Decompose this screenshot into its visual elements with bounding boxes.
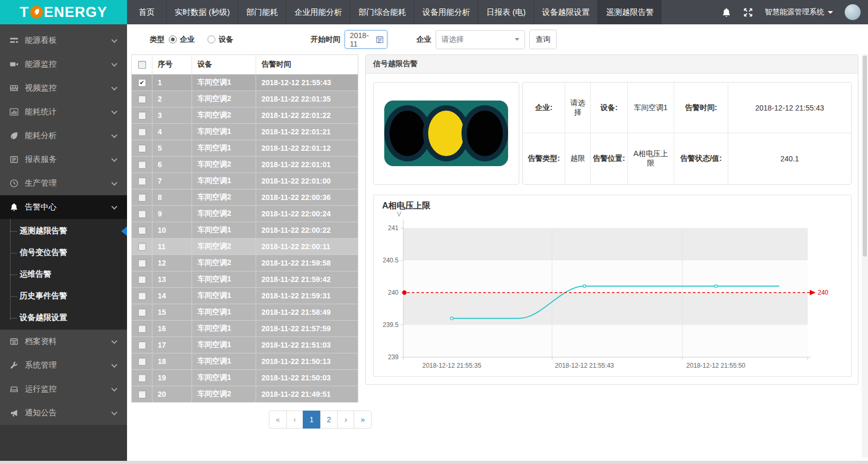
sidebar-subitem[interactable]: 遥测越限告警 — [0, 220, 127, 242]
sidebar-item-4[interactable]: 能耗分析 — [0, 124, 127, 148]
sidebar-item-1[interactable]: 能源监控 — [0, 52, 127, 76]
sidebar-item-2[interactable]: 视频监控 — [0, 76, 127, 100]
row-checkbox[interactable] — [138, 308, 146, 316]
table-row[interactable]: 7车间空调12018-11-22 22:01:00 — [132, 172, 358, 189]
table-row[interactable]: 10车间空调12018-11-22 22:00:22 — [132, 222, 358, 238]
sidebar-item-8[interactable]: 档案资料 — [0, 330, 127, 353]
sidebar-item-3[interactable]: 能耗统计 — [0, 100, 127, 124]
table-row[interactable]: 14车间空调12018-11-22 21:59:31 — [132, 287, 358, 304]
sidebar-item-0[interactable]: 能源看板 — [0, 29, 127, 52]
nav-item[interactable]: 设备越限设置 — [534, 0, 598, 24]
pagination-button[interactable]: 2 — [320, 411, 338, 429]
row-checkbox[interactable] — [138, 243, 146, 251]
nav-item[interactable]: 实时数据 (秒级) — [166, 0, 238, 24]
pagination-button[interactable]: › — [337, 411, 354, 429]
table-row[interactable]: 5车间空调12018-11-22 22:01:12 — [132, 140, 358, 156]
pagination-button[interactable]: 1 — [303, 411, 321, 429]
row-index: 8 — [152, 189, 192, 205]
row-checkbox[interactable] — [138, 259, 146, 267]
info-label: 企业: — [523, 83, 565, 133]
query-button[interactable]: 查询 — [529, 30, 557, 49]
row-index: 10 — [152, 222, 192, 238]
row-checkbox[interactable] — [138, 358, 146, 366]
nav-item[interactable]: 部门能耗 — [238, 0, 286, 24]
calendar-icon[interactable] — [376, 35, 384, 43]
table-row[interactable]: 20车间空调22018-11-22 21:49:51 — [132, 386, 358, 402]
type-radio-label[interactable]: 企业 — [180, 35, 195, 44]
type-radio-设备[interactable] — [207, 35, 215, 43]
row-time: 2018-11-22 21:50:13 — [256, 353, 358, 369]
svg-text:2018-12-12 21:55:43: 2018-12-12 21:55:43 — [555, 362, 614, 369]
type-radio-企业[interactable] — [169, 35, 177, 43]
nav-item[interactable]: 设备用能分析 — [414, 0, 478, 24]
row-checkbox[interactable] — [138, 112, 146, 120]
table-row[interactable]: 3车间空调22018-11-22 22:01:22 — [132, 107, 358, 123]
notifications-bell-icon[interactable] — [721, 7, 731, 17]
sidebar-subitem[interactable]: 信号变位告警 — [0, 242, 127, 263]
row-checkbox[interactable] — [138, 95, 146, 103]
table-row[interactable]: 12车间空调22018-11-22 21:59:58 — [132, 254, 358, 271]
table-row[interactable]: 4车间空调12018-11-22 22:01:21 — [132, 123, 358, 140]
avatar[interactable] — [845, 4, 861, 20]
row-checkbox[interactable] — [138, 341, 146, 349]
sidebar-subitem[interactable]: 设备越限设置 — [0, 307, 127, 329]
select-all-cell — [132, 55, 152, 74]
info-value: 2018-12-12 21:55:43 — [728, 83, 851, 133]
sidebar-subitem[interactable]: 运维告警 — [0, 263, 127, 285]
svg-text:2018-12-12 21:55:35: 2018-12-12 21:55:35 — [422, 362, 482, 369]
nav-item[interactable]: 日报表 (电) — [478, 0, 534, 24]
table-row[interactable]: 19车间空调12018-11-22 21:50:03 — [132, 369, 358, 386]
nav-item[interactable]: 部门综合能耗 — [350, 0, 414, 24]
row-checkbox[interactable] — [138, 177, 146, 185]
table-row[interactable]: ✔1车间空调12018-12-12 21:55:43 — [132, 74, 358, 90]
scrollbar-thumb[interactable] — [863, 56, 867, 257]
table-row[interactable]: 9车间空调22018-11-22 22:00:24 — [132, 205, 358, 222]
sidebar-item-6[interactable]: 生产管理 — [0, 171, 127, 195]
table-row[interactable]: 11车间空调22018-11-22 22:00:11 — [132, 238, 358, 254]
nav-item[interactable]: 首页 — [127, 0, 166, 24]
pagination-button[interactable]: » — [354, 411, 372, 429]
type-radio-label[interactable]: 设备 — [219, 35, 233, 44]
sidebar-item-10[interactable]: 运行监控 — [0, 377, 127, 401]
table-row[interactable]: 2车间空调22018-11-22 22:01:35 — [132, 90, 358, 107]
user-system-dropdown[interactable]: 智慧能源管理系统 — [765, 7, 833, 17]
row-checkbox[interactable] — [138, 276, 146, 284]
bell-icon — [10, 203, 19, 212]
pagination: «‹12›» — [269, 411, 372, 429]
row-checkbox[interactable] — [138, 390, 146, 398]
start-time-input[interactable]: 2018-11 — [345, 30, 387, 49]
fullscreen-icon[interactable] — [743, 7, 753, 17]
sidebar-item-11[interactable]: 通知公告 — [0, 401, 127, 425]
row-checkbox[interactable] — [138, 325, 146, 333]
row-checkbox[interactable] — [138, 161, 146, 169]
select-all-checkbox[interactable] — [138, 61, 146, 69]
company-select[interactable]: 请选择 — [436, 30, 525, 49]
sidebar-item-9[interactable]: 系统管理 — [0, 353, 127, 377]
table-row[interactable]: 13车间空调12018-11-22 21:59:42 — [132, 271, 358, 287]
row-index: 14 — [152, 287, 192, 304]
row-checkbox[interactable] — [138, 194, 146, 202]
table-row[interactable]: 16车间空调12018-11-22 21:57:59 — [132, 320, 358, 336]
nav-item[interactable]: 遥测越限告警 — [598, 0, 662, 24]
row-checkbox[interactable] — [138, 226, 146, 234]
sidebar-item-5[interactable]: 报表服务 — [0, 148, 127, 171]
row-checkbox[interactable] — [138, 292, 146, 300]
table-row[interactable]: 18车间空调12018-11-22 21:50:13 — [132, 353, 358, 369]
row-checkbox[interactable] — [138, 210, 146, 218]
row-checkbox[interactable] — [138, 374, 146, 382]
pagination-button[interactable]: ‹ — [286, 411, 303, 429]
row-checkbox[interactable]: ✔ — [138, 79, 146, 87]
table-row[interactable]: 17车间空调12018-11-22 21:51:03 — [132, 336, 358, 353]
row-checkbox[interactable] — [138, 144, 146, 152]
traffic-light-card — [373, 82, 519, 185]
row-checkbox[interactable] — [138, 128, 146, 136]
sidebar-item-7[interactable]: 告警中心 — [0, 195, 127, 219]
traffic-light-icon — [374, 83, 519, 184]
nav-item[interactable]: 企业用能分析 — [286, 0, 350, 24]
sidebar-item-label: 告警中心 — [25, 202, 57, 212]
table-row[interactable]: 15车间空调12018-11-22 21:58:49 — [132, 304, 358, 320]
pagination-button[interactable]: « — [269, 411, 287, 429]
sidebar-subitem[interactable]: 历史事件告警 — [0, 285, 127, 307]
table-row[interactable]: 8车间空调22018-11-22 22:00:36 — [132, 189, 358, 205]
table-row[interactable]: 6车间空调22018-11-22 22:01:01 — [132, 156, 358, 172]
